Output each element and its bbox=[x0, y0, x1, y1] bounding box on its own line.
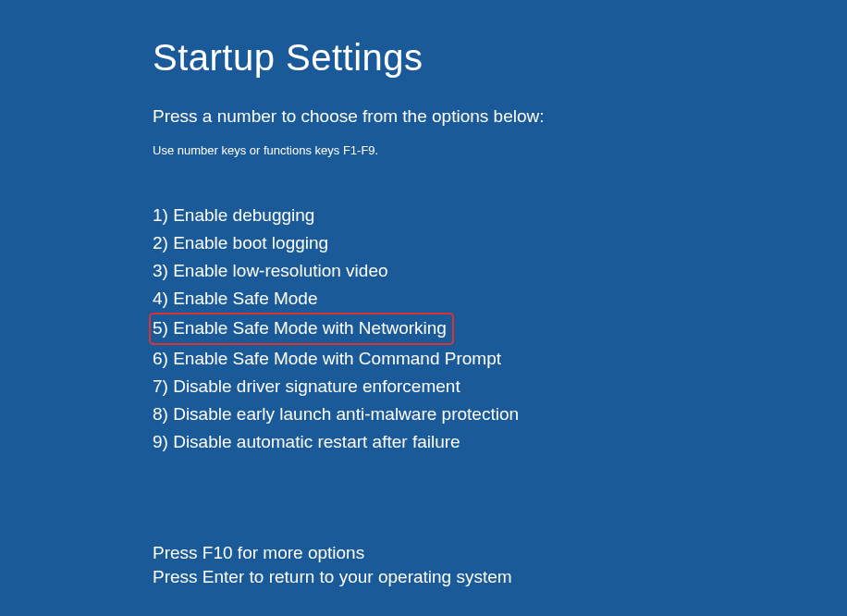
page-title: Startup Settings bbox=[153, 37, 847, 79]
footer-return: Press Enter to return to your operating … bbox=[153, 565, 847, 589]
startup-options-list: 1) Enable debugging 2) Enable boot loggi… bbox=[153, 202, 847, 456]
option-1-debugging[interactable]: 1) Enable debugging bbox=[153, 202, 314, 228]
option-9-disable-auto-restart[interactable]: 9) Disable automatic restart after failu… bbox=[153, 428, 460, 455]
option-4-safe-mode[interactable]: 4) Enable Safe Mode bbox=[153, 285, 318, 312]
option-5-safe-mode-networking[interactable]: 5) Enable Safe Mode with Networking bbox=[149, 313, 454, 345]
option-3-low-res-video[interactable]: 3) Enable low-resolution video bbox=[153, 257, 388, 284]
subtitle-prompt: Press a number to choose from the option… bbox=[153, 106, 847, 127]
option-2-boot-logging[interactable]: 2) Enable boot logging bbox=[153, 229, 328, 256]
startup-settings-screen: Startup Settings Press a number to choos… bbox=[0, 0, 847, 589]
option-6-safe-mode-cmd[interactable]: 6) Enable Safe Mode with Command Prompt bbox=[153, 345, 501, 372]
footer-more-options: Press F10 for more options bbox=[153, 541, 847, 565]
option-8-disable-antimalware[interactable]: 8) Disable early launch anti-malware pro… bbox=[153, 400, 519, 427]
key-instruction: Use number keys or functions keys F1-F9. bbox=[153, 143, 847, 157]
option-7-disable-driver-sig[interactable]: 7) Disable driver signature enforcement bbox=[153, 373, 460, 400]
